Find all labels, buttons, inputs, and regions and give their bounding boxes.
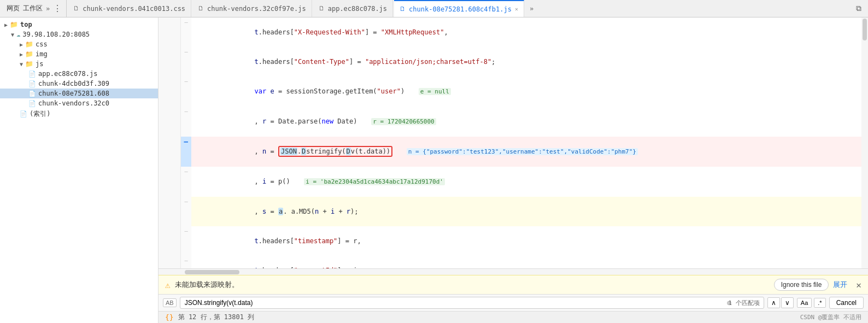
- search-nav: ∧ ∨: [767, 297, 794, 308]
- warning-icon: ⚠: [165, 280, 171, 290]
- tab-overflow-left[interactable]: »: [46, 5, 50, 13]
- status-text: 第 12 行，第 13801 列: [178, 313, 254, 322]
- search-next-button[interactable]: ∨: [781, 297, 794, 308]
- search-cancel-button[interactable]: Cancel: [829, 297, 864, 309]
- scroll-thumb[interactable]: [863, 19, 867, 40]
- img-folder-icon: 📁: [25, 50, 33, 58]
- watermark-text: CSDN @覆盖率 不适用: [800, 313, 861, 321]
- css-file-icon: 🗋: [73, 5, 79, 12]
- tree-item-chunk4[interactable]: 📄 chunk-4dcb0d3f.309: [0, 79, 158, 89]
- js-expand-icon: ▼: [20, 61, 23, 67]
- editor-wrapper: − t.headers["X-Requested-With"] = "XMLHt…: [159, 17, 868, 268]
- tab-bar-right: »: [525, 5, 538, 13]
- js-folder-icon: 📁: [25, 60, 33, 68]
- sidebar-tree: ▶ 📁 top ▼ ☁ 39.98.108.20:8085 ▶ 📁 css ▶ …: [0, 17, 158, 323]
- code-line-9: − t.headers["requestId"] = i,: [159, 256, 861, 268]
- cloud-icon: ☁: [16, 31, 20, 38]
- tab-overflow-right[interactable]: »: [530, 5, 533, 13]
- tab-more-menu[interactable]: ⋮: [53, 3, 62, 14]
- app-js-file-icon: 📄: [28, 71, 36, 78]
- tab-app-js[interactable]: 🗋 app.ec88c078.js: [313, 0, 393, 17]
- status-bar: {} 第 12 行，第 13801 列 CSDN @覆盖率 不适用: [159, 311, 868, 323]
- tab-webpage[interactable]: 网页: [7, 4, 20, 13]
- search-input-wrap: ⊗ 1 个匹配项: [180, 297, 764, 309]
- sidebar: ▶ 📁 top ▼ ☁ 39.98.108.20:8085 ▶ 📁 css ▶ …: [0, 17, 159, 323]
- app-js-icon: 🗋: [319, 5, 325, 12]
- tree-item-chunk8-selected[interactable]: 📄 chunk-08e75281.608: [0, 89, 158, 98]
- horizontal-scrollbar[interactable]: [159, 268, 868, 275]
- tree-item-css[interactable]: ▶ 📁 css: [0, 39, 158, 49]
- img-expand-icon: ▶: [20, 51, 23, 57]
- tree-item-js[interactable]: ▼ 📁 js: [0, 59, 158, 69]
- tab-bar: 网页 工作区 » ⋮ 🗋 chunk-vendors.041c0013.css …: [0, 0, 868, 17]
- code-line-7-yellow: − , s = a. a.MD5(n + i + r);: [159, 197, 861, 226]
- warning-close-button[interactable]: ✕: [856, 280, 861, 290]
- tab-workspace[interactable]: 工作区: [23, 4, 43, 13]
- h-scroll-thumb[interactable]: [185, 270, 239, 274]
- server-expand-icon: ▼: [11, 32, 14, 38]
- braces-icon: {}: [165, 313, 174, 321]
- code-line-5-highlighted: − , n = JSON.Dstringify(Dv(t.data)) n = …: [159, 137, 861, 167]
- vendors-js-icon: 🗋: [198, 5, 204, 12]
- tab-chunk-active[interactable]: 🗋 chunk-08e75281.608c4fb1.js ✕: [394, 0, 524, 17]
- tree-item-img[interactable]: ▶ 📁 img: [0, 49, 158, 59]
- split-btn[interactable]: ⧉: [856, 4, 866, 13]
- editor-area: − t.headers["X-Requested-With"] = "XMLHt…: [159, 17, 868, 323]
- editor-main[interactable]: − t.headers["X-Requested-With"] = "XMLHt…: [159, 17, 861, 268]
- search-case-sensitive-button[interactable]: Aa: [797, 298, 812, 308]
- search-regex-button[interactable]: .*: [814, 298, 825, 308]
- tree-item-top[interactable]: ▶ 📁 top: [0, 20, 158, 30]
- tree-item-index[interactable]: 📄 (索引): [0, 108, 158, 120]
- code-table: − t.headers["X-Requested-With"] = "XMLHt…: [159, 17, 861, 268]
- tab-vendors-js[interactable]: 🗋 chunk-vendors.32c0f97e.js: [192, 0, 312, 17]
- vendors-file-icon: 📄: [28, 100, 36, 107]
- search-input[interactable]: [180, 297, 764, 309]
- tab-bar-left: 网页 工作区 » ⋮: [2, 0, 67, 17]
- folder-expand-icon: ▶: [4, 22, 8, 28]
- chunk8-file-icon: 📄: [28, 90, 36, 97]
- tree-item-server[interactable]: ▼ ☁ 39.98.108.20:8085: [0, 30, 158, 39]
- code-line-2: − t.headers["Content-Type"] = "applicati…: [159, 47, 861, 77]
- search-options: Aa .*: [797, 298, 826, 308]
- search-match-count: 1 个匹配项: [729, 299, 760, 307]
- expand-button[interactable]: 展开: [833, 280, 847, 290]
- tab-css-file[interactable]: 🗋 chunk-vendors.041c0013.css: [68, 0, 191, 17]
- chunk4-file-icon: 📄: [28, 80, 36, 87]
- code-line-4: − , r = Date.parse(new Date) r = 1720420…: [159, 107, 861, 137]
- ignore-file-button[interactable]: Ignore this file: [774, 279, 829, 291]
- tab-close-btn[interactable]: ✕: [515, 6, 518, 12]
- tree-item-app-js[interactable]: 📄 app.ec88c078.js: [0, 69, 158, 79]
- search-bar: AB ⊗ 1 个匹配项 ∧ ∨ Aa .* Cancel: [159, 294, 868, 311]
- code-line-6: − , i = p() i = 'ba2e2304a5d1ca4634abc17…: [159, 167, 861, 197]
- code-line-8: − t.headers["timestamp"] = r,: [159, 226, 861, 256]
- code-line-1: − t.headers["X-Requested-With"] = "XMLHt…: [159, 17, 861, 47]
- index-file-icon: 📄: [20, 110, 27, 118]
- search-mode-toggle[interactable]: AB: [163, 298, 177, 307]
- folder-icon: 📁: [10, 21, 18, 28]
- warning-bar: ⚠ 未能加载来源映射。 Ignore this file 展开 ✕: [159, 275, 868, 294]
- tree-item-vendors[interactable]: 📄 chunk-vendors.32c0: [0, 98, 158, 108]
- chunk-active-icon: 🗋: [400, 5, 406, 13]
- code-line-3: − var e = sessionStorage.getItem("user")…: [159, 77, 861, 107]
- search-prev-button[interactable]: ∧: [767, 297, 780, 308]
- vertical-scrollbar[interactable]: [861, 17, 868, 268]
- main-area: ▶ 📁 top ▼ ☁ 39.98.108.20:8085 ▶ 📁 css ▶ …: [0, 17, 868, 323]
- css-expand-icon: ▶: [20, 42, 23, 48]
- warning-text: 未能加载来源映射。: [175, 280, 770, 290]
- css-folder-icon: 📁: [25, 40, 33, 48]
